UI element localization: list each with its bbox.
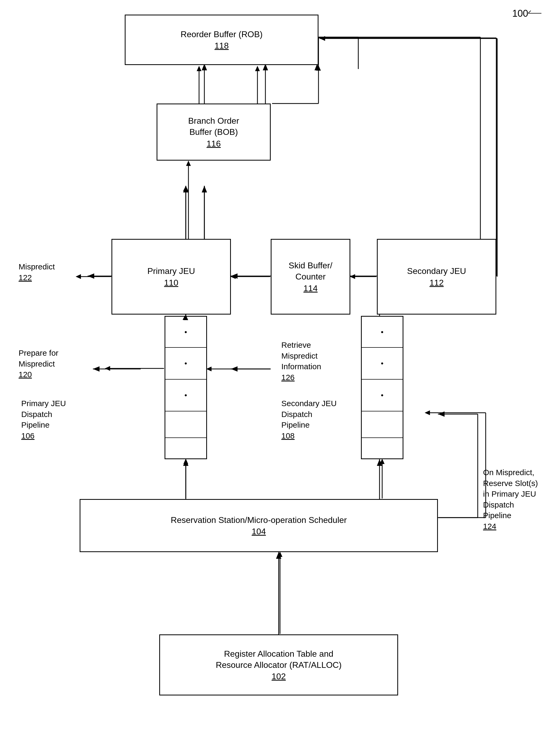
diagram: 100 — [0, 0, 560, 735]
svg-line-1 — [528, 11, 531, 13]
mispredict-label: Mispredict 122 — [19, 261, 55, 283]
rat-label: Register Allocation Table andResource Al… — [216, 648, 342, 670]
bob-label: Branch OrderBuffer (BOB) — [188, 115, 239, 137]
svg-marker-39 — [438, 411, 445, 417]
svg-marker-56 — [76, 274, 81, 279]
svg-marker-21 — [183, 186, 188, 192]
retrieve-mispredict-label: Retrieve Mispredict Information 126 — [281, 340, 321, 383]
svg-marker-67 — [206, 367, 212, 371]
detail-arrows — [0, 0, 560, 735]
svg-marker-15 — [231, 273, 238, 279]
svg-marker-58 — [105, 366, 110, 371]
bob-box: Branch OrderBuffer (BOB) 116 — [157, 104, 271, 161]
svg-marker-53 — [186, 161, 191, 166]
skid-buffer-num: 114 — [303, 283, 317, 293]
reservation-station-box: Reservation Station/Micro-operation Sche… — [80, 499, 438, 552]
svg-marker-46 — [197, 66, 201, 71]
svg-marker-78 — [425, 410, 430, 415]
primary-jeu-box: Primary JEU 110 — [111, 239, 231, 315]
svg-marker-51 — [320, 36, 325, 41]
pipeline-arrows — [0, 0, 560, 735]
primary-pipeline: • • • — [165, 316, 207, 459]
primary-pipeline-label: Primary JEU Dispatch Pipeline 106 — [21, 398, 66, 441]
secondary-jeu-num: 112 — [429, 278, 443, 288]
secondary-jeu-label: Secondary JEU — [407, 266, 466, 277]
diagram-arrows — [0, 0, 560, 735]
prepare-mispredict-label: Prepare for Mispredict 120 — [19, 348, 58, 380]
svg-marker-69 — [183, 459, 188, 464]
rat-num: 102 — [272, 672, 286, 681]
svg-marker-27 — [231, 366, 238, 372]
svg-marker-71 — [380, 459, 385, 464]
svg-marker-63 — [230, 274, 236, 279]
skid-buffer-box: Skid Buffer/Counter 114 — [271, 239, 350, 315]
svg-marker-65 — [350, 274, 355, 279]
secondary-jeu-box: Secondary JEU 112 — [377, 239, 496, 315]
rat-box: Register Allocation Table andResource Al… — [159, 634, 398, 695]
svg-marker-29 — [183, 459, 188, 466]
primary-jeu-num: 110 — [164, 278, 178, 288]
rob-box: Reorder Buffer (ROB) 118 — [125, 15, 318, 65]
secondary-pipeline: • • • — [361, 316, 403, 459]
ref-number: 100 — [512, 8, 528, 19]
secondary-pipeline-label: Secondary JEU Dispatch Pipeline 108 — [281, 398, 337, 441]
svg-marker-13 — [202, 186, 207, 192]
rob-num: 118 — [214, 41, 229, 51]
rob-label: Reorder Buffer (ROB) — [181, 29, 263, 40]
svg-marker-91 — [316, 65, 321, 71]
bob-num: 116 — [206, 139, 221, 149]
svg-marker-44 — [183, 186, 188, 191]
reservation-label: Reservation Station/Micro-operation Sche… — [171, 515, 347, 526]
svg-marker-23 — [93, 366, 100, 372]
on-mispredict-label: On Mispredict, Reserve Slot(s) in Primar… — [483, 467, 538, 532]
svg-marker-19 — [88, 273, 94, 279]
reservation-num: 104 — [252, 527, 266, 536]
svg-marker-35 — [276, 552, 281, 559]
skid-buffer-label: Skid Buffer/Counter — [289, 260, 333, 282]
svg-marker-48 — [255, 66, 260, 71]
svg-marker-74 — [278, 552, 282, 557]
svg-marker-31 — [377, 459, 382, 466]
primary-jeu-label: Primary JEU — [147, 266, 195, 277]
